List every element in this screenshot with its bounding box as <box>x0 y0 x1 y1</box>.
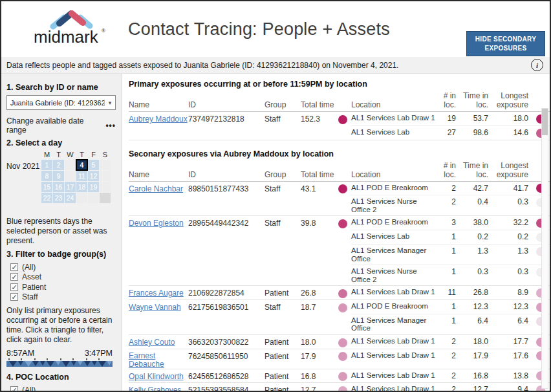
calendar-day[interactable]: 22 <box>41 193 52 203</box>
midmark-logo-mark: midmark ® <box>28 9 114 48</box>
total-dot-cell <box>334 383 351 391</box>
location-row: AL1 Services Lab2798.614.6 <box>351 126 550 140</box>
location-name: AL1 Services Lab Draw 1 <box>351 337 435 345</box>
longest-exposure: 8.9 <box>491 288 531 297</box>
longest-exposure: 17.6 <box>491 351 531 360</box>
time-histogram[interactable] <box>6 358 113 369</box>
person-id: 36632037300822 <box>188 335 265 347</box>
calendar-day[interactable]: 2 <box>53 160 64 170</box>
exposure-intensity-dot <box>338 303 347 312</box>
total-dot-cell <box>334 286 351 298</box>
time-in-location: 12.7 <box>459 385 491 391</box>
calendar-day[interactable]: 24 <box>65 193 76 203</box>
primary-table-body: Aubrey Maddoux7374972132818Staff152.3AL1… <box>129 112 550 140</box>
person-id: 76245850611950 <box>188 349 265 361</box>
longest-exposure: 14.6 <box>491 128 531 137</box>
column-header: # in loc. <box>435 161 459 179</box>
person-name-cell: Wayne Vannah <box>129 300 188 312</box>
checkbox-patient[interactable]: ✓Patient <box>10 282 116 292</box>
column-header: # in loc. <box>435 91 459 109</box>
secondary-table-body: Carole Nachbar89850151877433Staff43.1AL1… <box>129 182 550 391</box>
checkbox-icon[interactable]: ✓ <box>10 283 18 291</box>
time-in-location: 16.8 <box>459 371 491 380</box>
info-icon[interactable]: i <box>531 59 543 71</box>
location-row: AL1 Services Manager Office11.31.3 <box>351 245 550 265</box>
time-filter-note: Only list primary exposures occurring at… <box>6 306 116 345</box>
time-in-location: 12.3 <box>459 302 491 311</box>
more-options-icon[interactable]: ••• <box>105 121 116 130</box>
calendar-day[interactable]: 18 <box>76 182 87 192</box>
person-link[interactable]: Carole Nachbar <box>129 185 183 193</box>
checkbox-label: Staff <box>22 292 38 301</box>
person-link[interactable]: Kelly Graboyes <box>129 386 181 391</box>
person-link[interactable]: Wayne Vannah <box>129 303 181 312</box>
location-name: AL1 Services Lab Draw 1 <box>351 385 435 391</box>
person-link[interactable]: Ashley Couto <box>129 338 175 347</box>
calendar-day[interactable]: 8 <box>41 171 52 181</box>
time-in-location: 18.0 <box>459 337 491 346</box>
longest-exposure: 32.2 <box>491 218 531 227</box>
exposure-intensity-dot <box>338 386 347 391</box>
column-header: Total time <box>301 170 334 179</box>
checkbox-label: (All) <box>22 263 36 272</box>
checkbox-label: Asset <box>22 272 41 281</box>
checkbox-icon[interactable]: ✓ <box>10 273 18 281</box>
weekday-label: T <box>53 151 64 159</box>
calendar-day[interactable]: 5 <box>88 160 99 170</box>
person-name-cell: Earnest Debauche <box>129 349 188 369</box>
checkbox-all[interactable]: ✓(All) <box>10 262 116 272</box>
column-header: Group <box>265 170 301 179</box>
checkbox-label: Patient <box>22 283 46 292</box>
calendar-day[interactable]: 11 <box>76 171 87 181</box>
checkbox-icon[interactable]: ✓ <box>10 386 18 392</box>
time-in-location: 98.6 <box>459 128 491 137</box>
table-scrollbar[interactable] <box>541 108 548 389</box>
table-row: Frances Augare2106922872854Patient26.8AL… <box>129 286 550 300</box>
calendar-day[interactable]: 19 <box>88 182 99 192</box>
chevron-down-icon: ▾ <box>104 100 115 106</box>
table-row: Aubrey Maddoux7374972132818Staff152.3AL1… <box>129 112 550 140</box>
calendar-day[interactable]: 16 <box>53 182 64 192</box>
longest-exposure: 0.2 <box>491 232 531 241</box>
location-name: AL1 Services Manager Office <box>351 316 435 332</box>
calendar-day[interactable]: 17 <box>65 182 76 192</box>
selected-person: Juanita Gabriele (ID: 41293621... <box>10 99 104 107</box>
location-row: AL1 Services Lab Draw 1216.813.8 <box>351 369 550 383</box>
column-header: Name <box>129 100 188 109</box>
weekday-label: M <box>41 151 52 159</box>
column-header: Time in loc. <box>459 161 491 179</box>
calendar-day[interactable]: 23 <box>53 193 64 203</box>
count-in-location: 1 <box>435 302 459 311</box>
location-name: AL1 Services Lab Draw 1 <box>351 371 435 380</box>
checkbox-icon[interactable]: ✓ <box>10 293 18 301</box>
scrollbar-thumb[interactable] <box>542 109 548 135</box>
person-id: 62456512686528 <box>188 369 265 381</box>
count-in-location: 3 <box>435 218 459 227</box>
calendar-day-selected[interactable]: 4 <box>76 160 87 170</box>
calendar-day[interactable]: 1 <box>41 160 52 170</box>
calendar-month-label: Nov 2021 <box>6 162 39 171</box>
calendar-day[interactable]: 9 <box>53 171 64 181</box>
calendar-day[interactable] <box>100 193 111 203</box>
search-heading: 1. Search by ID or name <box>6 83 116 92</box>
time-in-location: 6.4 <box>459 316 491 325</box>
secondary-table-header: NameIDGroupTotal timeLocation# in loc.Ti… <box>129 161 550 182</box>
longest-exposure: 17.7 <box>491 337 531 346</box>
checkbox-asset[interactable]: ✓Asset <box>10 272 116 283</box>
calendar-day[interactable]: 12 <box>88 171 99 181</box>
hide-secondary-exposures-button[interactable]: HIDE SECONDARY EXPOSURES <box>466 31 545 56</box>
person-link[interactable]: Opal Klindworth <box>129 373 184 381</box>
person-link[interactable]: Earnest Debauche <box>129 352 188 369</box>
calendar-day <box>100 171 111 181</box>
person-total-time: 17.9 <box>301 349 334 361</box>
primary-table-title: Primary exposures occurring at or before… <box>129 80 550 89</box>
person-link[interactable]: Aubrey Maddoux <box>129 115 188 124</box>
calendar-day[interactable]: 15 <box>41 182 52 192</box>
checkbox-staff[interactable]: ✓Staff <box>10 292 116 303</box>
person-link[interactable]: Frances Augare <box>129 289 184 298</box>
table-row: Ashley Couto36632037300822Patient18.0AL1… <box>129 335 550 349</box>
person-search-dropdown[interactable]: Juanita Gabriele (ID: 41293621... ▾ <box>6 95 116 110</box>
person-link[interactable]: Devon Egleston <box>129 219 184 228</box>
checkbox-all[interactable]: ✓(All) <box>10 385 116 392</box>
checkbox-icon[interactable]: ✓ <box>10 263 18 271</box>
